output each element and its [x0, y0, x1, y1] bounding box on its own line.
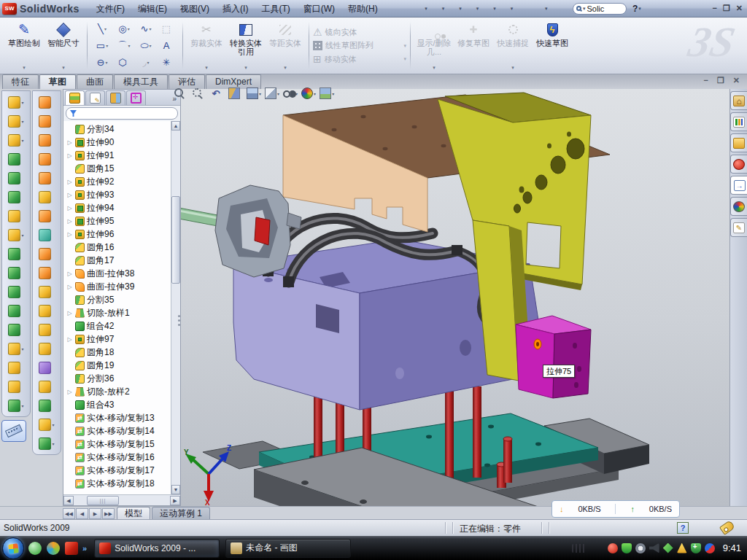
ribbon-big-button[interactable]: 显示/删除几... ▾ — [414, 20, 454, 72]
quick-access-button[interactable]: ▾ — [516, 3, 531, 14]
tag-icon[interactable] — [719, 520, 735, 535]
expand-arrow-icon[interactable]: ▷ — [66, 310, 73, 316]
feature-tree-item[interactable]: ▷ 实体-移动/复制18 — [66, 477, 171, 490]
feature-tree-item[interactable]: ▷ 实体-移动/复制14 — [66, 424, 171, 438]
surface-tool-button[interactable]: ▾ — [39, 322, 54, 338]
tree-filter-input[interactable] — [66, 107, 178, 120]
ribbon-big-button[interactable]: 快速捕捉 ▾ — [493, 20, 533, 72]
surface-tool-button[interactable]: ▾ — [39, 189, 54, 205]
surface-tool-button[interactable]: ▾ — [39, 132, 54, 148]
feature-tool-button[interactable]: ▾ — [8, 151, 23, 167]
tree-horizontal-scrollbar[interactable]: ◀ ||| ▶ — [63, 494, 180, 505]
view-tool-button[interactable]: ▾ — [301, 88, 316, 99]
help-button[interactable]: ? — [632, 4, 638, 14]
task-pane-tab[interactable] — [730, 197, 747, 216]
sketch-tool-button[interactable]: ⬭ ▾ — [135, 41, 157, 50]
menu-item[interactable]: 插入(I) — [216, 1, 255, 17]
sketch-tool-button[interactable]: ⌒ ▾ — [113, 41, 135, 50]
expand-arrow-icon[interactable]: ▷ — [66, 271, 73, 277]
view-tool-button[interactable]: ▾ — [265, 88, 279, 99]
task-pane-tab[interactable] — [730, 176, 747, 195]
view-tool-button[interactable]: ▾ — [247, 88, 261, 99]
tab-nav-button[interactable]: ▶▶ — [102, 508, 115, 519]
surface-tool-button[interactable]: ▾ — [39, 341, 54, 357]
feature-tree-item[interactable]: ▷ 拉伸93 — [66, 188, 171, 201]
surface-tool-button[interactable]: ▾ — [39, 170, 54, 186]
sketch-tool-button[interactable]: ▭ ▾ — [91, 41, 113, 50]
surface-tool-button[interactable]: ▾ — [39, 227, 54, 243]
panel-tab[interactable] — [85, 90, 105, 105]
expand-arrow-icon[interactable]: ▷ — [66, 139, 73, 146]
feature-tool-button[interactable]: ▾ — [8, 359, 23, 376]
panel-splitter-handle[interactable] — [177, 307, 180, 333]
task-pane-tab[interactable] — [730, 91, 747, 110]
sketch-tool-button[interactable]: ╲ ▾ — [91, 24, 113, 34]
sketch-tool-button[interactable]: ⊖ ▾ — [91, 58, 113, 67]
view-tool-button[interactable]: ▾ — [228, 88, 243, 99]
tab-nav-button[interactable]: ◀ — [76, 508, 88, 519]
start-button[interactable] — [2, 537, 24, 559]
expand-arrow-icon[interactable]: ▷ — [66, 389, 73, 395]
panel-tab[interactable] — [65, 90, 85, 105]
tray-icon[interactable] — [705, 543, 715, 553]
tray-icon[interactable] — [622, 543, 632, 553]
feature-tree-item[interactable]: ▷ 拉伸91 — [66, 149, 171, 162]
surface-tool-button[interactable]: ▾ — [39, 284, 54, 300]
menu-item[interactable]: 帮助(H) — [341, 1, 384, 17]
tab-nav-button[interactable]: ◀◀ — [63, 508, 75, 519]
feature-tree-item[interactable]: ▷ 分割36 — [66, 372, 171, 385]
doc-restore-button[interactable]: ❐ — [717, 76, 724, 85]
expand-arrow-icon[interactable]: ▷ — [66, 231, 73, 238]
surface-tool-button[interactable]: ▾ — [39, 397, 54, 413]
exploded-mold-assembly[interactable]: Y Z X — [181, 89, 729, 506]
feature-tree-item[interactable]: ▷ 拉伸95 — [66, 214, 171, 228]
scroll-thumb[interactable]: ||| — [87, 496, 119, 505]
feature-tree-item[interactable]: ▷ 切除-放样1 — [66, 306, 171, 319]
ribbon-list-button[interactable]: 线性草图阵列 ▾ — [313, 40, 406, 51]
ribbon-list-button[interactable]: 移动实体 ▾ — [313, 53, 406, 65]
sketch-tool-button[interactable]: ∿ ▾ — [135, 24, 157, 34]
surface-tool-button[interactable]: ▾ — [39, 435, 54, 451]
menu-item[interactable]: 编辑(E) — [131, 1, 174, 17]
surface-tool-button[interactable]: ▾ — [39, 208, 54, 224]
menu-item[interactable]: 窗口(W) — [297, 1, 341, 17]
ribbon-tab[interactable]: 草图 — [39, 74, 76, 89]
ribbon-tab[interactable]: 模具工具 — [114, 74, 168, 89]
feature-tool-button[interactable]: ▾ — [8, 208, 23, 224]
ribbon-big-button[interactable]: 剪裁实体 ▾ — [187, 20, 226, 72]
surface-tool-button[interactable]: ▾ — [39, 246, 54, 262]
feature-tree-item[interactable]: ▷ 实体-移动/复制17 — [66, 464, 171, 477]
sketch-tool-button[interactable]: ◞ ▾ — [135, 58, 157, 67]
feature-tool-button[interactable]: ▾ — [8, 170, 23, 186]
expand-arrow-icon[interactable]: ▷ — [66, 179, 73, 185]
quick-access-button[interactable]: ▾ — [447, 3, 462, 14]
ribbon-big-button[interactable]: 等距实体 ▾ — [266, 20, 305, 72]
feature-tree-item[interactable]: ▷ 拉伸90 — [66, 136, 171, 149]
ribbon-big-button[interactable]: 转换实体引用 ▾ — [226, 20, 266, 72]
quick-launch-icon[interactable] — [65, 542, 78, 555]
quick-access-button[interactable]: ▾ — [481, 3, 497, 14]
feature-tool-button[interactable]: ▾ — [8, 94, 23, 110]
ribbon-tab[interactable]: 特征 — [2, 74, 39, 89]
sketch-tool-button[interactable]: ◎ ▾ — [113, 24, 135, 34]
view-tool-button[interactable]: ▾ — [192, 88, 206, 99]
ribbon-big-button[interactable]: 智能尺寸 ▾ — [44, 20, 83, 72]
task-pane-tab[interactable] — [730, 218, 747, 237]
taskbar-button[interactable]: SolidWorks 2009 - ... — [94, 539, 220, 558]
task-pane-tab[interactable] — [730, 155, 747, 174]
surface-tool-button[interactable]: ▾ — [39, 113, 54, 129]
tray-icon[interactable] — [691, 543, 701, 553]
task-pane-tab[interactable] — [730, 133, 747, 152]
expand-arrow-icon[interactable]: ▷ — [66, 192, 73, 198]
minimize-button[interactable]: − — [712, 4, 716, 13]
feature-tree-item[interactable]: ▷ 分割34 — [66, 122, 171, 136]
feature-tree-item[interactable]: ▷ 曲面-拉伸38 — [66, 267, 171, 280]
feature-tool-button[interactable]: ▾ — [8, 265, 23, 281]
surface-tool-button[interactable]: ▾ — [39, 265, 54, 281]
ribbon-big-button[interactable]: 修复草图 ▾ — [454, 20, 493, 72]
feature-tree-item[interactable]: ▷ 圆角19 — [66, 359, 171, 372]
status-help-icon[interactable]: ? — [677, 522, 689, 534]
feature-tool-button[interactable]: ▾ — [8, 227, 23, 243]
sketch-tool-button[interactable]: A ▾ — [157, 41, 179, 50]
feature-tool-button[interactable]: ▾ — [8, 378, 23, 394]
